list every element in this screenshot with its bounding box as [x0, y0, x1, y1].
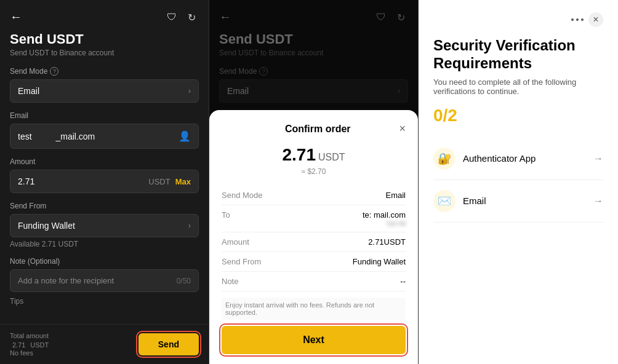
- verification-item-email[interactable]: ✉️ Email →: [433, 180, 603, 223]
- help-icon[interactable]: ?: [50, 67, 58, 76]
- email-label-left: Email: [10, 111, 199, 120]
- email-input[interactable]: [18, 132, 179, 141]
- modal-row-send-mode: Send Mode Email: [222, 186, 406, 205]
- amount-input-field[interactable]: USDT Max: [10, 170, 199, 193]
- available-text: Available 2.71 USDT: [10, 240, 199, 248]
- chevron-right-icon: ›: [188, 87, 191, 95]
- chevron-right-icon-2: ›: [188, 221, 191, 230]
- modal-row-note: Note --: [222, 272, 406, 291]
- modal-title: Confirm order: [236, 124, 399, 135]
- arrow-right-icon-auth: →: [593, 153, 603, 164]
- more-options-button[interactable]: [571, 18, 584, 21]
- amount-input[interactable]: [18, 176, 148, 186]
- send-mode-label: Send Mode ?: [10, 67, 199, 76]
- email-verify-icon: ✉️: [433, 190, 455, 212]
- send-from-label: Send From: [10, 202, 199, 210]
- bottom-bar-row: Total amount 2.71 USDT No fees Send: [10, 332, 199, 357]
- modal-header: Confirm order ×: [222, 122, 406, 135]
- tips-label: Tips: [10, 297, 199, 306]
- shield-icon-left[interactable]: 🛡: [164, 10, 179, 25]
- modal-big-amount: 2.71USDT: [282, 145, 345, 164]
- right-panel-title: Security Verification Requirements: [433, 37, 603, 73]
- right-panel-description: You need to complete all of the followin…: [433, 77, 603, 96]
- total-info: Total amount 2.71 USDT No fees: [10, 332, 49, 357]
- modal-row-to: To te: mail.com hot rld: [222, 205, 406, 232]
- page-subtitle-left: Send USDT to Binance account: [10, 49, 199, 57]
- right-panel: × Security Verification Requirements You…: [419, 0, 618, 364]
- modal-overlay: Confirm order × 2.71USDT ≈ $2.70 Send Mo…: [209, 0, 418, 364]
- verification-count: 0/2: [433, 106, 603, 125]
- confirm-order-modal: Confirm order × 2.71USDT ≈ $2.70 Send Mo…: [209, 110, 418, 364]
- note-placeholder: Add a note for the recipient: [18, 276, 114, 285]
- send-button[interactable]: Send: [138, 333, 199, 355]
- max-button[interactable]: Max: [175, 177, 191, 186]
- modal-amount-display: 2.71USDT: [222, 145, 406, 165]
- email-verify-label: Email: [463, 196, 486, 206]
- modal-info-text: Enjoy instant arrival with no fees. Refu…: [222, 298, 406, 320]
- note-input-field[interactable]: Add a note for the recipient 0/50: [10, 269, 199, 292]
- total-currency: USDT: [30, 341, 49, 349]
- authenticator-label: Authenticator App: [463, 153, 536, 164]
- note-counter: 0/50: [177, 277, 191, 285]
- total-amount: 2.71 USDT: [10, 339, 49, 349]
- arrow-right-icon-email: →: [593, 196, 603, 207]
- top-icons-left: 🛡 ↻: [164, 10, 199, 25]
- total-label: Total amount: [10, 332, 49, 339]
- modal-row-send-from: Send From Funding Wallet: [222, 252, 406, 272]
- no-fees: No fees: [10, 349, 49, 357]
- amount-label-left: Amount: [10, 157, 199, 166]
- modal-row-amount: Amount 2.71USDT: [222, 232, 406, 252]
- send-from-select[interactable]: Funding Wallet ›: [10, 214, 199, 237]
- modal-close-button[interactable]: ×: [399, 122, 406, 135]
- modal-usd-approx: ≈ $2.70: [222, 167, 406, 176]
- next-button[interactable]: Next: [222, 326, 406, 354]
- right-panel-header: ×: [433, 12, 603, 27]
- note-label: Note (Optional): [10, 257, 199, 266]
- verification-item-auth[interactable]: 🔐 Authenticator App →: [433, 138, 603, 180]
- email-input-field[interactable]: 👤: [10, 124, 199, 149]
- close-panel-button[interactable]: ×: [588, 12, 603, 27]
- refresh-icon-left[interactable]: ↻: [184, 10, 199, 25]
- middle-panel: ← 🛡 ↻ Send USDT Send USDT to Binance acc…: [209, 0, 419, 364]
- authenticator-icon: 🔐: [433, 148, 455, 170]
- back-button-left[interactable]: ←: [10, 10, 22, 24]
- left-panel: ← 🛡 ↻ Send USDT Send USDT to Binance acc…: [0, 0, 209, 364]
- page-title-left: Send USDT: [10, 31, 199, 47]
- person-icon: 👤: [179, 130, 191, 142]
- bottom-bar-left: Total amount 2.71 USDT No fees Send: [0, 324, 209, 364]
- amount-currency: USDT: [148, 177, 170, 186]
- send-mode-select[interactable]: Email ›: [10, 79, 199, 103]
